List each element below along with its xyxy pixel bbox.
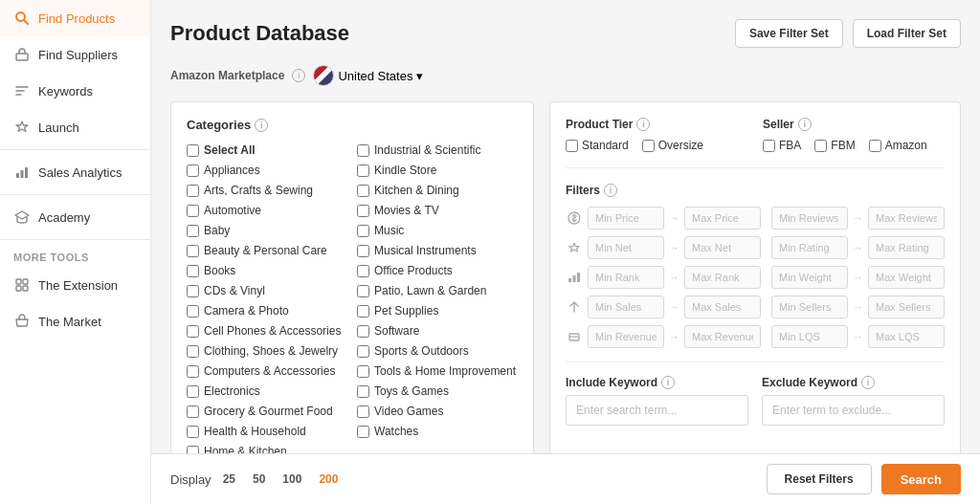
- category-item[interactable]: Office Products: [357, 262, 518, 279]
- filters-info-icon[interactable]: i: [604, 184, 617, 197]
- filter-input-min-price[interactable]: [588, 207, 664, 230]
- category-item[interactable]: Books: [187, 262, 347, 279]
- marketplace-dropdown-icon[interactable]: ▾: [416, 69, 423, 83]
- exclude-keyword-input[interactable]: [762, 395, 945, 426]
- category-checkbox[interactable]: [187, 245, 199, 257]
- category-item[interactable]: Musical Instruments: [357, 242, 518, 259]
- category-item[interactable]: Software: [357, 322, 518, 340]
- reset-filters-button[interactable]: Reset Filters: [767, 464, 872, 494]
- display-50[interactable]: 50: [247, 471, 271, 488]
- category-checkbox[interactable]: [187, 285, 199, 297]
- seller-option[interactable]: Amazon: [869, 139, 927, 152]
- product-tier-option[interactable]: Oversize: [642, 139, 703, 152]
- seller-info-icon[interactable]: i: [798, 118, 812, 131]
- filter-input-min-revenue[interactable]: [588, 325, 664, 348]
- category-item[interactable]: Video Games: [357, 403, 518, 420]
- sidebar-item-the-market[interactable]: The Market: [0, 303, 150, 340]
- filter-input-max-revenue[interactable]: [684, 325, 761, 348]
- filter-input-min-rank[interactable]: [588, 266, 664, 289]
- category-checkbox[interactable]: [357, 405, 369, 418]
- category-item[interactable]: Tools & Home Improvement: [357, 362, 518, 380]
- category-item[interactable]: Music: [357, 222, 518, 239]
- marketplace-flag[interactable]: United States ▾: [313, 65, 423, 86]
- categories-info-icon[interactable]: i: [255, 119, 268, 132]
- category-checkbox[interactable]: [187, 305, 199, 318]
- filter-input-min-sales[interactable]: [588, 296, 664, 318]
- category-checkbox[interactable]: [357, 285, 369, 297]
- category-item[interactable]: Select All: [187, 142, 347, 159]
- filter-input-min-sellers[interactable]: [771, 296, 848, 318]
- category-checkbox[interactable]: [357, 164, 369, 177]
- filter-input-max-net[interactable]: [684, 236, 761, 259]
- category-item[interactable]: Pet Supplies: [357, 302, 518, 319]
- sidebar-item-the-extension[interactable]: The Extension: [0, 267, 150, 303]
- category-checkbox[interactable]: [187, 164, 199, 177]
- category-checkbox[interactable]: [357, 385, 369, 398]
- filter-input-max-rating[interactable]: [868, 236, 945, 259]
- seller-option[interactable]: FBA: [763, 139, 801, 152]
- category-item[interactable]: Watches: [357, 423, 518, 440]
- include-keyword-info-icon[interactable]: i: [661, 376, 675, 389]
- load-filter-set-button[interactable]: Load Filter Set: [853, 19, 961, 48]
- category-checkbox[interactable]: [187, 345, 199, 358]
- filter-input-min-net[interactable]: [588, 236, 664, 259]
- sidebar-item-launch[interactable]: Launch: [0, 109, 150, 145]
- filter-input-min-rating[interactable]: [771, 236, 848, 259]
- category-item[interactable]: Baby: [187, 222, 347, 239]
- filter-input-max-reviews[interactable]: [868, 207, 945, 230]
- category-checkbox[interactable]: [187, 205, 199, 217]
- category-item[interactable]: Clothing, Shoes & Jewelry: [187, 342, 347, 360]
- category-checkbox[interactable]: [357, 305, 369, 318]
- category-item[interactable]: Electronics: [187, 383, 347, 400]
- category-item[interactable]: Health & Household: [187, 423, 347, 440]
- category-checkbox[interactable]: [357, 325, 369, 338]
- category-item[interactable]: Camera & Photo: [187, 302, 347, 319]
- category-item[interactable]: Toys & Games: [357, 383, 518, 400]
- sidebar-item-find-suppliers[interactable]: Find Suppliers: [0, 36, 150, 73]
- seller-option[interactable]: FBM: [814, 139, 855, 152]
- category-item[interactable]: Computers & Accessories: [187, 362, 347, 380]
- category-checkbox[interactable]: [357, 265, 369, 277]
- category-item[interactable]: Sports & Outdoors: [357, 342, 518, 360]
- filter-input-max-lqs[interactable]: [868, 325, 945, 348]
- category-item[interactable]: CDs & Vinyl: [187, 282, 347, 299]
- display-25[interactable]: 25: [217, 471, 241, 488]
- category-checkbox[interactable]: [187, 385, 199, 398]
- filter-input-max-sales[interactable]: [684, 296, 761, 318]
- product-tier-info-icon[interactable]: i: [636, 118, 650, 131]
- category-item[interactable]: Home & Kitchen: [187, 443, 347, 453]
- category-checkbox[interactable]: [357, 426, 369, 438]
- marketplace-info-icon[interactable]: i: [292, 69, 305, 82]
- category-checkbox[interactable]: [187, 405, 199, 418]
- category-checkbox[interactable]: [357, 205, 369, 217]
- display-100[interactable]: 100: [277, 471, 307, 488]
- include-keyword-input[interactable]: [566, 395, 748, 426]
- search-button[interactable]: Search: [881, 464, 961, 494]
- filter-input-max-price[interactable]: [684, 207, 761, 230]
- save-filter-set-button[interactable]: Save Filter Set: [735, 19, 843, 48]
- category-checkbox[interactable]: [187, 144, 199, 157]
- category-checkbox[interactable]: [357, 365, 369, 378]
- category-item[interactable]: Movies & TV: [357, 202, 518, 219]
- category-item[interactable]: Appliances: [187, 162, 347, 179]
- filter-input-min-weight[interactable]: [771, 266, 848, 289]
- filter-input-max-weight[interactable]: [868, 266, 945, 289]
- category-checkbox[interactable]: [187, 426, 199, 438]
- category-item[interactable]: Automotive: [187, 202, 347, 219]
- sidebar-item-keywords[interactable]: Keywords: [0, 73, 150, 109]
- category-checkbox[interactable]: [187, 265, 199, 277]
- sidebar-item-academy[interactable]: Academy: [0, 199, 150, 235]
- sidebar-item-find-products[interactable]: Find Products: [0, 0, 150, 36]
- display-200[interactable]: 200: [313, 471, 344, 488]
- category-item[interactable]: Arts, Crafts & Sewing: [187, 182, 347, 199]
- category-checkbox[interactable]: [187, 185, 199, 197]
- category-checkbox[interactable]: [357, 345, 369, 358]
- category-checkbox[interactable]: [357, 245, 369, 257]
- category-item[interactable]: Kindle Store: [357, 162, 518, 179]
- category-checkbox[interactable]: [357, 144, 369, 157]
- category-item[interactable]: Patio, Lawn & Garden: [357, 282, 518, 299]
- category-checkbox[interactable]: [357, 225, 369, 237]
- category-checkbox[interactable]: [187, 325, 199, 338]
- category-checkbox[interactable]: [187, 225, 199, 237]
- exclude-keyword-info-icon[interactable]: i: [861, 376, 875, 389]
